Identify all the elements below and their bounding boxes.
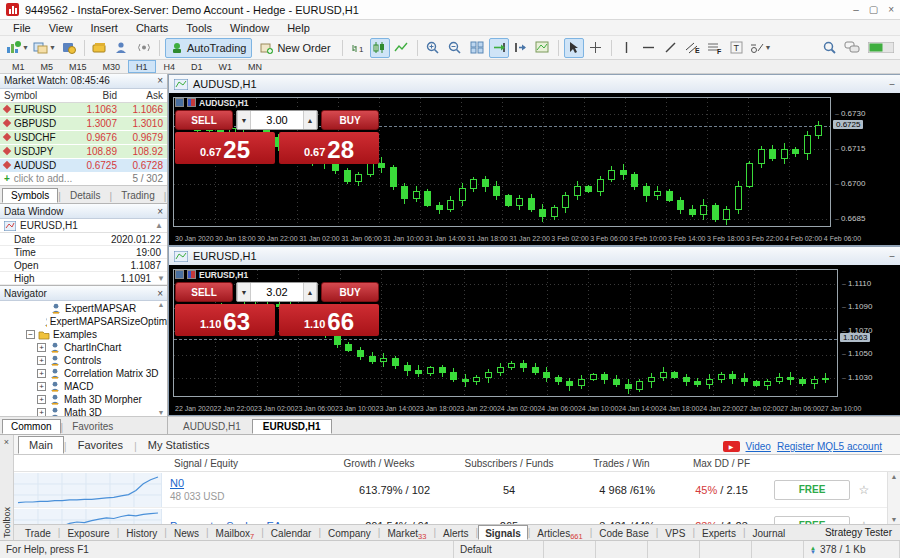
signal-name-link[interactable]: Prospector Scalper EA xyxy=(170,520,281,525)
menu-item-help[interactable]: Help xyxy=(278,22,319,34)
navigator-item[interactable]: ExpertMAPSAR xyxy=(0,302,167,315)
autotrading-button[interactable]: AutoTrading xyxy=(165,38,253,58)
timeframe-m15[interactable]: M15 xyxy=(61,60,95,73)
menu-item-file[interactable]: File xyxy=(4,22,40,34)
tab-trading[interactable]: Trading xyxy=(112,188,164,203)
toolbox-tab-articles[interactable]: Articles661 xyxy=(530,525,589,540)
menu-item-charts[interactable]: Charts xyxy=(127,22,177,34)
market-watch-row[interactable]: EURUSD1.10631.1066 xyxy=(0,103,167,117)
timeframe-m30[interactable]: M30 xyxy=(95,60,129,73)
chart-area[interactable]: 1.11101.10901.10701.10501.10301.1063EURU… xyxy=(169,265,900,401)
timeframe-h1[interactable]: H1 xyxy=(128,60,156,73)
tab-my-statistics[interactable]: My Statistics xyxy=(137,436,221,454)
history-center-icon[interactable] xyxy=(59,38,79,58)
indicators-icon[interactable] xyxy=(533,38,553,58)
strategy-tester-tab[interactable]: Strategy Tester xyxy=(825,527,900,538)
buy-button[interactable]: BUY xyxy=(321,282,379,302)
tab-favorites[interactable]: Favorites xyxy=(63,419,122,434)
navigator-item[interactable]: +Correlation Matrix 3D xyxy=(0,367,167,380)
new-order-button[interactable]: New Order xyxy=(254,38,336,58)
navigator-item[interactable]: −Examples xyxy=(0,328,167,341)
navigator-scrollbar[interactable]: ▲▼ xyxy=(156,301,166,416)
tab-details[interactable]: Details xyxy=(61,188,110,203)
toolbox-tab-alerts[interactable]: Alerts xyxy=(436,525,476,540)
new-chart-button[interactable]: ▼ xyxy=(5,38,30,58)
market-watch-row[interactable]: USDCHF0.96760.9679 xyxy=(0,131,167,145)
chart-area[interactable]: 0.67300.67150.67000.66850.6725AUDUSD,H1S… xyxy=(169,93,900,231)
profiles-button[interactable]: ▼ xyxy=(32,38,57,58)
timeframe-h4[interactable]: H4 xyxy=(156,60,184,73)
sell-button[interactable]: SELL xyxy=(175,282,233,302)
chart-window-titlebar[interactable]: EURUSD,H1 –▢× xyxy=(169,247,900,265)
tab-symbols[interactable]: Symbols xyxy=(2,188,58,203)
auto-scroll-icon[interactable] xyxy=(489,38,509,58)
signal-row[interactable]: N048 033 USD613.79% / 102544 968 /61%45%… xyxy=(14,472,900,508)
video-icon[interactable]: ▶ xyxy=(723,441,740,452)
market-watch-row[interactable]: USDJPY108.89108.92 xyxy=(0,145,167,159)
toolbox-tab-mailbox[interactable]: Mailbox7 xyxy=(209,525,262,540)
close-icon[interactable]: × xyxy=(157,288,163,299)
navigator-item[interactable]: +Controls xyxy=(0,354,167,367)
line-chart-icon[interactable] xyxy=(392,38,412,58)
fibonacci-icon[interactable]: F xyxy=(705,38,725,58)
favorite-star-icon[interactable]: ☆ xyxy=(852,483,876,497)
expand-icon[interactable]: + xyxy=(37,408,46,416)
candlestick-chart-icon[interactable] xyxy=(370,38,390,58)
tile-windows-icon[interactable] xyxy=(467,38,487,58)
close-icon[interactable]: × xyxy=(888,4,894,15)
vertical-line-icon[interactable] xyxy=(617,38,637,58)
close-icon[interactable]: × xyxy=(4,437,9,447)
market-watch-row[interactable]: AUDUSD0.67250.6728 xyxy=(0,159,167,173)
buy-price-box[interactable]: 0.6728 xyxy=(279,132,379,164)
toolbox-tab-calendar[interactable]: Calendar xyxy=(264,525,319,540)
toolbox-tab-journal[interactable]: Journal xyxy=(746,525,793,540)
toolbox-tab-code-base[interactable]: Code Base xyxy=(592,525,655,540)
status-profile[interactable]: Default xyxy=(454,541,544,558)
sell-price-box[interactable]: 0.6725 xyxy=(175,132,275,164)
volume-up-icon[interactable]: ▲ xyxy=(303,283,317,301)
scroll-down-icon[interactable]: ▼ xyxy=(157,274,167,283)
menu-item-window[interactable]: Window xyxy=(221,22,278,34)
toolbox-tab-trade[interactable]: Trade xyxy=(18,525,58,540)
sell-button[interactable]: SELL xyxy=(175,110,233,130)
equidistant-channel-icon[interactable]: E xyxy=(683,38,703,58)
toolbox-tab-company[interactable]: Company xyxy=(321,525,378,540)
chart-tab-eurusd-h1[interactable]: EURUSD,H1 xyxy=(252,419,332,434)
minimize-icon[interactable]: – xyxy=(890,251,895,261)
close-icon[interactable]: × xyxy=(157,75,163,86)
chat-icon[interactable] xyxy=(844,41,860,54)
signal-name-link[interactable]: N0 xyxy=(170,477,224,489)
horizontal-line-icon[interactable] xyxy=(639,38,659,58)
buy-price-box[interactable]: 1.1066 xyxy=(279,304,379,336)
signals-service-icon[interactable] xyxy=(134,38,154,58)
bar-chart-icon[interactable]: 1 xyxy=(348,38,368,58)
signals-scrollbar[interactable]: ▲▼ xyxy=(887,472,900,524)
timeframe-m5[interactable]: M5 xyxy=(33,60,62,73)
zoom-in-icon[interactable] xyxy=(423,38,443,58)
maximize-icon[interactable]: ▢ xyxy=(869,4,878,15)
text-label-icon[interactable]: T xyxy=(727,38,747,58)
toolbox-tab-vps[interactable]: VPS xyxy=(658,525,692,540)
expand-icon[interactable]: + xyxy=(37,395,46,404)
market-watch-row[interactable]: GBPUSD1.30071.3010 xyxy=(0,117,167,131)
menu-item-tools[interactable]: Tools xyxy=(177,22,221,34)
buy-button[interactable]: BUY xyxy=(321,110,379,130)
timeframe-d1[interactable]: D1 xyxy=(183,60,211,73)
chart-window-titlebar[interactable]: AUDUSD,H1 –▢× xyxy=(169,75,900,93)
scroll-up-icon[interactable]: ▲ xyxy=(155,221,163,230)
tab-favorites[interactable]: Favorites xyxy=(67,436,134,454)
navigator-item[interactable]: ExpertMAPSARSizeOptim xyxy=(0,315,167,328)
expand-icon[interactable]: + xyxy=(37,343,46,352)
toolbox-tab-market[interactable]: Market33 xyxy=(380,525,433,540)
shapes-button[interactable]: ▼ xyxy=(749,38,773,58)
toolbox-tab-news[interactable]: News xyxy=(167,525,206,540)
toolbox-tab-signals[interactable]: Signals xyxy=(478,525,528,540)
market-watch-add-row[interactable]: + click to add... 5 / 302 xyxy=(0,173,167,186)
sell-price-box[interactable]: 1.1063 xyxy=(175,304,275,336)
navigator-item[interactable]: +MACD xyxy=(0,380,167,393)
volume-stepper[interactable]: ▼3.02▲ xyxy=(236,282,318,302)
video-link[interactable]: Video xyxy=(746,441,771,452)
trendline-icon[interactable] xyxy=(661,38,681,58)
favorite-star-icon[interactable]: ☆ xyxy=(852,519,876,525)
expand-icon[interactable]: + xyxy=(37,356,46,365)
